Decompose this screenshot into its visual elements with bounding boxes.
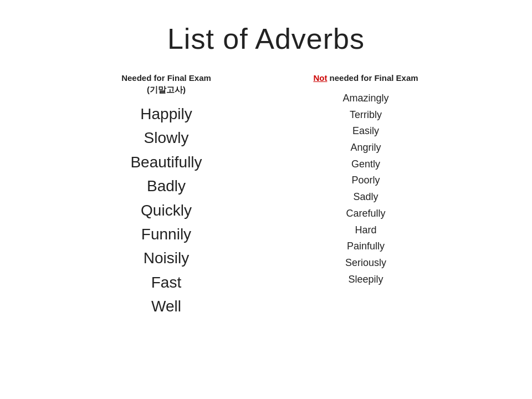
not-label: Not: [313, 73, 327, 83]
left-adverb-item: Happily: [130, 102, 202, 126]
left-adverb-item: Well: [130, 294, 202, 318]
left-adverb-item: Badly: [130, 174, 202, 198]
right-adverb-item: Carefully: [342, 206, 388, 222]
right-adverb-item: Easily: [342, 123, 388, 140]
right-adverb-item: Angrily: [342, 140, 388, 156]
left-header-line2: (기말고사): [147, 85, 186, 94]
right-adverb-item: Hard: [342, 222, 388, 239]
right-adverb-item: Seriously: [342, 255, 388, 272]
right-column-header: Not needed for Final Exam: [313, 72, 418, 84]
right-adverbs-list: AmazinglyTerriblyEasilyAngrilyGentlyPoor…: [342, 90, 388, 288]
right-adverb-item: Sadly: [342, 189, 388, 206]
left-adverb-item: Fast: [130, 270, 202, 294]
columns-container: Needed for Final Exam (기말고사) HappilySlow…: [0, 72, 532, 319]
right-adverb-item: Sleepily: [342, 272, 388, 288]
right-adverb-item: Gently: [342, 156, 388, 173]
left-adverb-item: Funnily: [130, 222, 202, 246]
right-adverb-item: Painfully: [342, 238, 388, 255]
left-adverb-item: Beautifully: [130, 150, 202, 174]
right-adverb-item: Amazingly: [342, 90, 388, 107]
left-column-header: Needed for Final Exam (기말고사): [121, 72, 211, 95]
left-adverb-item: Quickly: [130, 198, 202, 222]
left-column: Needed for Final Exam (기말고사) HappilySlow…: [66, 72, 266, 319]
page-title: List of Adverbs: [167, 22, 365, 55]
left-adverbs-list: HappilySlowlyBeautifullyBadlyQuicklyFunn…: [130, 102, 202, 319]
right-adverb-item: Terribly: [342, 107, 388, 124]
right-adverb-item: Poorly: [342, 172, 388, 189]
right-header-rest: needed for Final Exam: [327, 73, 418, 83]
left-adverb-item: Slowly: [130, 126, 202, 150]
left-header-line1: Needed for Final Exam: [121, 73, 211, 83]
left-adverb-item: Noisily: [130, 246, 202, 270]
right-column: Not needed for Final Exam AmazinglyTerri…: [266, 72, 466, 319]
